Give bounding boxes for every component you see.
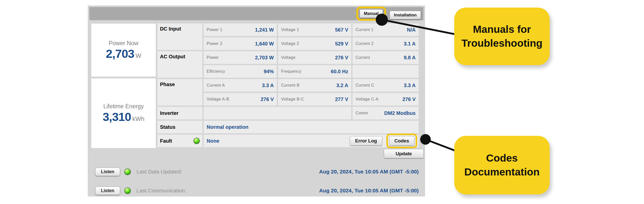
metric-value: 94% — [264, 69, 274, 74]
metric-value: 3.3 A — [262, 83, 274, 88]
metric-cell-ac-current: Current 9.8 A — [353, 51, 419, 64]
inverter-data-table: DC Input Power 1 1,241 W Voltage 1 567 V… — [157, 23, 419, 147]
metric-cell-power2: Power 2 1,640 W — [204, 37, 277, 50]
manuals-callout: Manuals for Troubleshooting — [454, 8, 550, 65]
manual-button[interactable]: Manual — [360, 9, 383, 18]
top-toolbar: Manual Installation — [89, 7, 423, 20]
codes-callout-line2: Documentation — [464, 165, 540, 179]
lifetime-energy-unit: kWh — [132, 115, 144, 122]
metric-label: Current C — [356, 83, 374, 88]
metric-cell-efficiency: Efficiency 94% — [204, 65, 277, 78]
inverter-panel: Manual Installation Power Now 2,703 W Li… — [88, 6, 425, 196]
metric-value: DM2 Modbus — [384, 110, 416, 116]
metric-value: 567 V — [335, 27, 348, 33]
metric-cell-voltage1: Voltage 1 567 V — [278, 23, 351, 36]
row-label-dc-input: DC Input — [157, 23, 202, 50]
metric-cell-frequency: Frequency 60.0 Hz — [278, 65, 351, 78]
metric-cell-voltage-bc: Voltage B-C 277 V — [278, 93, 351, 106]
last-communication-value: Aug 20, 2024, Tue 10:05 AM (GMT -5:00) — [319, 188, 419, 194]
installation-button[interactable]: Installation — [390, 11, 421, 19]
last-communication-row: Listen Last Communication: Aug 20, 2024,… — [95, 186, 419, 195]
lifetime-energy-box: Lifetime Energy 3,310 kWh — [91, 78, 156, 148]
fault-cell: None Error Log Codes — [204, 135, 419, 147]
metric-cell-voltage-ab: Voltage A-B 276 V — [204, 93, 277, 106]
codes-callout: Codes Documentation — [454, 136, 550, 194]
metric-cell-power1: Power 1 1,241 W — [204, 23, 277, 36]
metric-value: 276 V — [261, 96, 274, 102]
metric-label: Voltage 1 — [281, 28, 299, 32]
codes-connector-line — [425, 139, 457, 151]
power-now-label: Power Now — [109, 40, 139, 47]
metric-label: Frequency — [281, 69, 301, 74]
data-status-led-icon — [124, 168, 131, 175]
inverter-monitor-page: Manual Installation Power Now 2,703 W Li… — [0, 0, 644, 204]
manuals-callout-line1: Manuals for — [473, 22, 531, 36]
empty-cell — [353, 65, 419, 78]
metric-value: 3.2 A — [336, 83, 348, 88]
manuals-callout-line2: Troubleshooting — [461, 36, 542, 50]
metric-cell-current-b: Current B 3.2 A — [278, 79, 351, 92]
comm-status-led-icon — [124, 187, 131, 194]
metric-label: Current 2 — [356, 41, 373, 46]
metric-label: Comm — [356, 111, 368, 115]
error-log-button[interactable]: Error Log — [350, 136, 382, 146]
metric-label: Current — [356, 55, 370, 60]
metric-value: 529 V — [335, 41, 348, 47]
row-label-inverter: Inverter — [157, 107, 202, 119]
metric-label: Voltage A-B — [207, 97, 229, 101]
metric-cell-voltage-ca: Voltage C-A 276 V — [353, 93, 419, 106]
codes-button[interactable]: Codes — [389, 136, 414, 146]
manual-highlight-ring: Manual — [356, 7, 386, 21]
row-label-fault: Fault — [157, 135, 202, 147]
status-cell: Normal operation — [204, 121, 419, 133]
power-now-value: 2,703 — [106, 47, 134, 61]
metric-cell-voltage2: Voltage 2 529 V — [278, 37, 351, 50]
last-data-updated-value: Aug 20, 2024, Tue 10:05 AM (GMT -5:00) — [319, 169, 419, 175]
metric-value: 276 V — [402, 96, 416, 102]
last-communication-label: Last Communication: — [137, 188, 186, 194]
row-label-phase: Phase — [157, 79, 202, 106]
metric-value: 3.3 A — [404, 83, 416, 88]
metric-cell-current2: Current 2 3.1 A — [353, 37, 419, 50]
metric-value: 1,241 W — [255, 27, 274, 33]
lifetime-energy-label: Lifetime Energy — [103, 103, 144, 110]
fault-status-led-icon — [193, 138, 200, 144]
metric-cell-current-c: Current C 3.3 A — [353, 79, 419, 92]
metric-label: Voltage C-A — [356, 97, 379, 101]
metric-cell-ac-voltage: Voltage 276 V — [278, 51, 351, 64]
row-label-status: Status — [157, 121, 202, 133]
metric-value: N/A — [407, 27, 416, 33]
metric-cell-ac-power: Power 2,703 W — [204, 51, 277, 64]
metric-cell-current-a: Current A 3.3 A — [204, 79, 277, 92]
metric-label: Efficiency — [207, 69, 225, 74]
update-button[interactable]: Update — [384, 149, 424, 158]
metric-label: Power 2 — [207, 41, 222, 46]
metric-value: 1,640 W — [255, 41, 274, 47]
metric-label: Voltage 2 — [281, 41, 299, 46]
metric-value: 2,703 W — [255, 55, 274, 61]
metric-label: Power — [207, 55, 219, 60]
listen-comm-button[interactable]: Listen — [95, 187, 120, 195]
metric-label: Current B — [281, 83, 300, 88]
empty-cell — [204, 107, 351, 119]
fault-label: Fault — [160, 138, 172, 144]
last-data-updated-row: Listen Last Data Updated: Aug 20, 2024, … — [95, 167, 419, 176]
metric-value: 276 V — [335, 55, 348, 61]
metric-label: Current A — [207, 83, 225, 88]
status-value: Normal operation — [207, 124, 249, 130]
metric-value: 9.8 A — [404, 55, 416, 61]
last-data-updated-label: Last Data Updated: — [137, 169, 182, 175]
codes-highlight-ring: Codes — [386, 134, 417, 148]
metric-cell-comm: Comm DM2 Modbus — [353, 107, 419, 119]
metric-value: 60.0 Hz — [331, 69, 348, 74]
codes-callout-line1: Codes — [486, 151, 518, 165]
power-now-box: Power Now 2,703 W — [91, 23, 156, 77]
metric-label: Voltage — [281, 55, 296, 60]
row-label-ac-output: AC Output — [157, 51, 202, 78]
metric-label: Voltage B-C — [281, 97, 304, 101]
listen-data-button[interactable]: Listen — [95, 168, 120, 176]
metric-value: 277 V — [335, 96, 348, 102]
power-now-unit: W — [136, 52, 141, 59]
metric-label: Power 1 — [207, 28, 222, 32]
metric-label: Current 1 — [356, 28, 373, 32]
